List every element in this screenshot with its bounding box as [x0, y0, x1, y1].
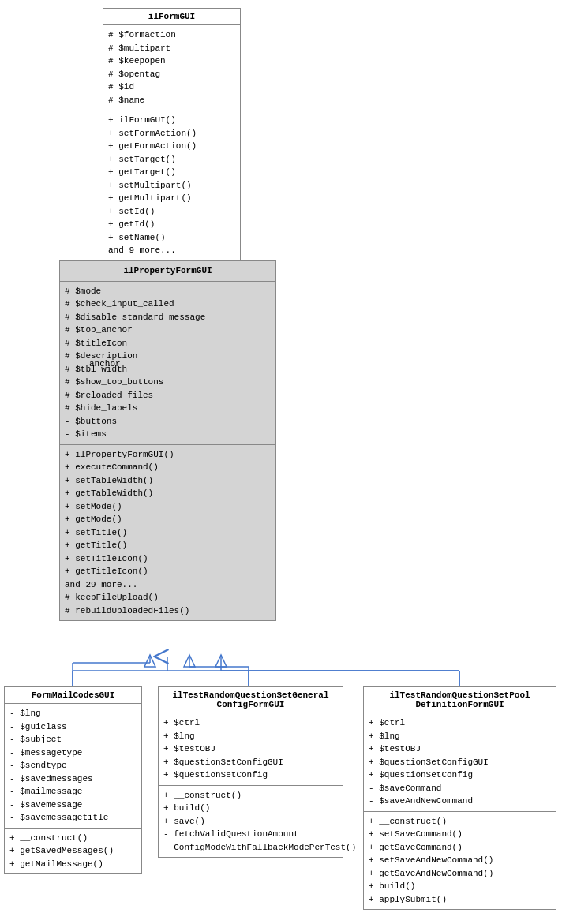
ilFormGUI-box: ilFormGUI # $formaction # $multipart # $…: [103, 8, 241, 261]
FormMailCodesGUI-methods: + __construct() + getSavedMessages() + g…: [5, 829, 141, 874]
anchor-label: anchor: [89, 359, 121, 368]
ilFormGUI-methods: + ilFormGUI() + setFormAction() + getFor…: [103, 110, 240, 260]
ilTestRandomQuestionSetGeneralConfigFormGUI-title: ilTestRandomQuestionSetGeneralConfigForm…: [159, 687, 343, 713]
ilTestRandomQuestionSetGeneralConfigFormGUI-methods: + __construct() + build() + save() - fet…: [159, 786, 343, 858]
FormMailCodesGUI-fields: - $lng - $guiclass - $subject - $message…: [5, 704, 141, 829]
ilPropertyFormGUI-box: ilPropertyFormGUI # $mode # $check_input…: [59, 260, 276, 621]
ilPropertyFormGUI-title: ilPropertyFormGUI: [60, 261, 275, 282]
FormMailCodesGUI-title: FormMailCodesGUI: [5, 687, 141, 704]
ilTestRandomQuestionSetPoolDefinitionFormGUI-fields: + $ctrl + $lng + $testOBJ + $questionSet…: [364, 713, 556, 812]
ilTestRandomQuestionSetPoolDefinitionFormGUI-methods: + __construct() + setSaveCommand() + get…: [364, 812, 556, 910]
ilTestRandomQuestionSetGeneralConfigFormGUI-fields: + $ctrl + $lng + $testOBJ + $questionSet…: [159, 713, 343, 786]
ilTestRandomQuestionSetPoolDefinitionFormGUI-box: ilTestRandomQuestionSetPoolDefinitionFor…: [363, 686, 556, 910]
ilPropertyFormGUI-methods: + ilPropertyFormGUI() + executeCommand()…: [60, 445, 275, 621]
svg-marker-12: [184, 655, 195, 667]
ilFormGUI-title-text: ilFormGUI: [148, 12, 195, 21]
svg-marker-11: [144, 655, 155, 667]
svg-marker-13: [215, 655, 227, 667]
ilFormGUI-fields: # $formaction # $multipart # $keepopen #…: [103, 25, 240, 110]
diagram-container: ilFormGUI # $formaction # $multipart # $…: [0, 0, 562, 924]
ilTestRandomQuestionSetGeneralConfigFormGUI-box: ilTestRandomQuestionSetGeneralConfigForm…: [158, 686, 343, 858]
ilTestRandomQuestionSetPoolDefinitionFormGUI-title: ilTestRandomQuestionSetPoolDefinitionFor…: [364, 687, 556, 713]
ilFormGUI-title: ilFormGUI: [103, 9, 240, 25]
FormMailCodesGUI-box: FormMailCodesGUI - $lng - $guiclass - $s…: [4, 686, 142, 874]
